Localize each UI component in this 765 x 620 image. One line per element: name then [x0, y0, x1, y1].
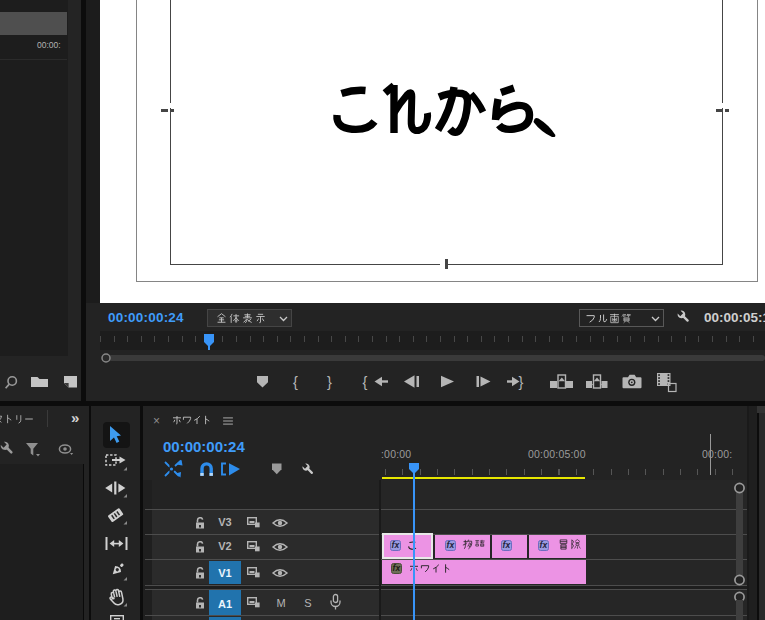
svg-text:}: }: [327, 374, 332, 390]
svg-text:fx: fx: [503, 540, 512, 550]
svg-text:}: }: [519, 374, 524, 390]
svg-text:{: {: [293, 374, 298, 390]
svg-text:fx: fx: [392, 540, 401, 550]
svg-text:fx: fx: [393, 563, 402, 573]
svg-text:fx: fx: [540, 540, 549, 550]
svg-text:fx: fx: [447, 540, 456, 550]
svg-text:{: {: [363, 374, 368, 390]
